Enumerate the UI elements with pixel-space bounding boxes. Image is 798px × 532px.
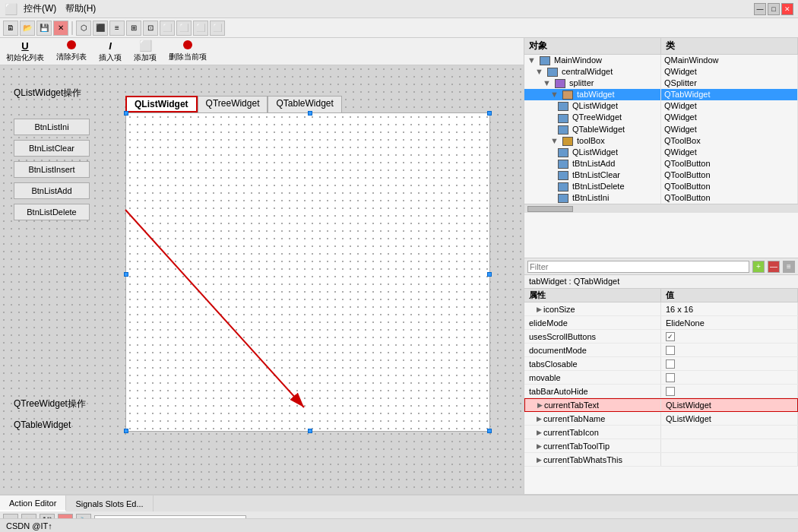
add-item-button[interactable]: ⬜ 添加项 [134,40,157,63]
close-button[interactable]: ✕ [781,3,793,15]
prop-value-tabbarautohide[interactable] [661,385,798,397]
tree-cell-tbtn-clear-name: tBtnListClear [524,169,661,181]
prop-value-docmode[interactable] [661,344,798,356]
toolbar-btn9[interactable]: ⬜ [210,21,225,36]
tree-row-mainwindow[interactable]: ▼ MainWindow QMainWindow [524,55,798,66]
tree-cell-mainwindow-class: QMainWindow [661,55,798,66]
props-table: 属性 值 ▶ iconSize 16 x 16 elideMode ElideN… [524,289,798,494]
prop-row-currenttabtext[interactable]: ▶ currentTabText QListWidget [524,398,798,412]
menu-help[interactable]: 帮助(H) [62,2,100,14]
toolbar-btn1[interactable]: ⬡ [76,21,91,36]
prop-row-tabbarautohide[interactable]: tabBarAutoHide [524,385,798,398]
resize-handle-tc[interactable] [308,111,312,116]
toolbox-qlist-icon [558,148,568,157]
toolbar-btn7[interactable]: ⬜ [176,21,192,36]
tree-scrollbar-x[interactable] [524,204,798,213]
tree-row-qlistwidget[interactable]: QListWidget QWidget [524,100,798,112]
props-filter-input[interactable] [527,261,749,273]
resize-handle-mr[interactable] [487,272,492,277]
props-table-header: 属性 值 [524,289,798,302]
tabsclosable-checkbox[interactable] [666,359,675,369]
tree-row-centralwidget[interactable]: ▼ centralWidget QWidget [524,66,798,78]
resize-handle-tl[interactable] [124,111,128,116]
prop-row-iconsize[interactable]: ▶ iconSize 16 x 16 [524,302,798,316]
tree-row-toolbox[interactable]: ▼ toolBox QToolBox [524,135,798,147]
btn-list-clear[interactable]: BtnListClear [14,140,90,157]
title-bar-left: ⬜ 控件(W) 帮助(H) [5,2,99,15]
props-settings-button[interactable]: ≡ [783,261,795,273]
tab-signals-slots[interactable]: Signals Slots Ed... [66,496,153,511]
menu-widget[interactable]: 控件(W) [21,2,59,14]
usesscroll-checkbox[interactable] [666,332,675,341]
prop-row-docmode[interactable]: documentMode [524,344,798,357]
docmode-checkbox[interactable] [666,346,675,355]
prop-row-currenttabicon[interactable]: ▶ currentTabIcon [524,426,798,439]
btn-list-ini[interactable]: BtnListIni [14,119,90,135]
tab-qtablewidget[interactable]: QTableWidget [268,96,341,112]
resize-handle-bc[interactable] [308,429,312,433]
tree-row-toolbox-qlist[interactable]: QListWidget QWidget [524,147,798,158]
toolbar-btn8[interactable]: ⬜ [193,21,208,36]
btn-list-add[interactable]: BtnListAdd [14,182,90,199]
btn-list-delete[interactable]: BtnListDelete [14,204,90,220]
tree-row-tbtnlistini[interactable]: tBtnListIni QToolButton [524,192,798,204]
prop-name-currenttabwhatsthis: ▶ currentTabWhatsThis [524,453,661,466]
resize-handle-br[interactable] [487,429,492,433]
tab-content-dots [126,113,489,431]
prop-row-usesscroll[interactable]: usesScrollButtons [524,330,798,344]
delete-item-button[interactable]: 删除当前项 [169,40,207,62]
minimize-button[interactable]: — [754,3,766,15]
init-list-button[interactable]: U 初始化列表 [6,40,44,63]
scroll-thumb[interactable] [527,206,573,212]
prop-row-currenttabwhatsthis[interactable]: ▶ currentTabWhatsThis [524,453,798,467]
toolbar-new[interactable]: 🗎 [3,21,18,36]
expand-icon-tabicon: ▶ [537,429,542,436]
resize-handle-tr[interactable] [487,111,492,116]
tab-qtreewidget[interactable]: QTreeWidget [198,96,268,112]
toolbar-btn3[interactable]: ≡ [109,21,125,36]
tree-cell-tbtn-clear-class: QToolButton [661,169,798,181]
tree-row-tabwidget[interactable]: ▼ tabWidget QTabWidget [524,89,798,100]
prop-row-elidemode[interactable]: elideMode ElideNone [524,316,798,330]
maximize-button[interactable]: □ [768,3,780,15]
prop-row-currenttabname[interactable]: ▶ currentTabName QListWidget [524,412,798,426]
toolbar-save[interactable]: 💾 [36,21,52,36]
btn-list-insert[interactable]: BtnListInsert [14,161,90,178]
tree-row-qtreewidget[interactable]: QTreeWidget QWidget [524,112,798,123]
resize-handle-bl[interactable] [124,429,128,433]
tree-cell-central-name: ▼ centralWidget [524,66,661,78]
tree-cell-splitter-name: ▼ splitter [524,78,661,89]
expand-icon-tabname: ▶ [537,415,542,423]
prop-value-movable[interactable] [661,371,798,384]
tree-cell-toolbox-class: QToolBox [661,135,798,147]
tabbarautohide-checkbox[interactable] [666,387,675,396]
props-remove-button[interactable]: — [768,261,780,273]
prop-name-currenttabicon: ▶ currentTabIcon [524,426,661,439]
tab-action-editor[interactable]: Action Editor [0,496,66,511]
prop-value-usesscroll[interactable] [661,330,798,343]
toolbar-btn2[interactable]: ⬛ [93,21,108,36]
resize-handle-ml[interactable] [124,272,128,277]
tree-row-tbtnlistdelete[interactable]: tBtnListDelete QToolButton [524,181,798,192]
toolbar-open[interactable]: 📂 [20,21,35,36]
prop-row-currenttabtooltip[interactable]: ▶ currentTabToolTip [524,439,798,453]
splitter-icon [555,79,565,88]
expand-icon-2: ▼ [535,67,543,76]
prop-value-tabsclosable[interactable] [661,357,798,370]
tree-row-qtablewidget[interactable]: QTableWidget QWidget [524,124,798,135]
tree-row-tbtnlistadd[interactable]: tBtnListAdd QToolButton [524,158,798,169]
toolbar-close[interactable]: ✕ [53,21,68,36]
clear-list-button[interactable]: 清除列表 [56,40,87,62]
toolbar-btn5[interactable]: ⊡ [143,21,158,36]
prop-row-tabsclosable[interactable]: tabsClosable [524,357,798,371]
tab-qlistwidget[interactable]: QListWidget [125,96,198,112]
tree-row-tbtnlistclear[interactable]: tBtnListClear QToolButton [524,169,798,181]
insert-item-button[interactable]: I 插入项 [99,40,122,63]
tree-row-splitter[interactable]: ▼ splitter QSplitter [524,78,798,89]
prop-name-movable: movable [524,371,661,384]
toolbar-btn4[interactable]: ⊞ [126,21,141,36]
prop-row-movable[interactable]: movable [524,371,798,385]
movable-checkbox[interactable] [666,373,675,382]
toolbar-btn6[interactable]: ⬜ [160,21,175,36]
props-add-button[interactable]: + [752,261,765,273]
